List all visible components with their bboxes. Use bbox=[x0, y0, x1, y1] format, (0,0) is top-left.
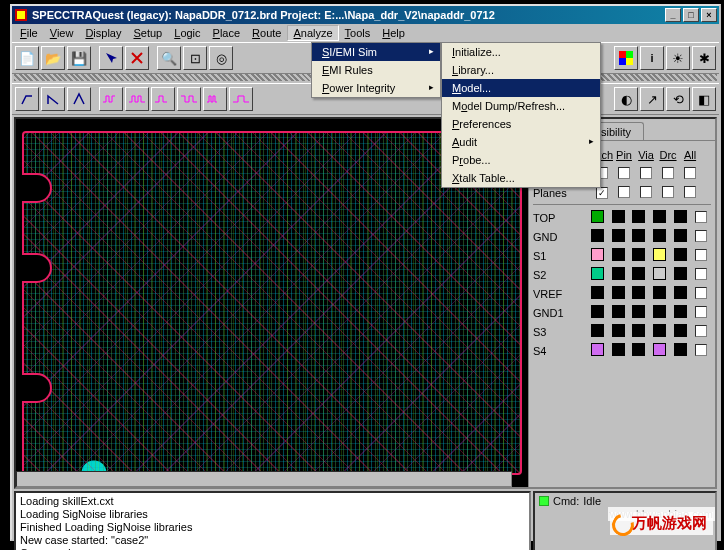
open-button[interactable]: 📂 bbox=[41, 46, 65, 70]
checkbox[interactable] bbox=[596, 187, 608, 199]
menuitem-power-integrity[interactable]: Power Integrity bbox=[312, 79, 440, 97]
color-swatch[interactable] bbox=[632, 248, 645, 261]
minimize-button[interactable]: _ bbox=[665, 8, 681, 22]
checkbox[interactable] bbox=[618, 186, 630, 198]
color-swatch[interactable] bbox=[632, 343, 645, 356]
checkbox[interactable] bbox=[684, 186, 696, 198]
menuitem-audit[interactable]: Audit bbox=[442, 133, 600, 151]
waveform-2[interactable] bbox=[125, 87, 149, 111]
menu-display[interactable]: Display bbox=[79, 25, 127, 41]
checkbox[interactable] bbox=[695, 230, 707, 242]
color-swatch[interactable] bbox=[653, 248, 666, 261]
checkbox[interactable] bbox=[640, 186, 652, 198]
color-swatch[interactable] bbox=[591, 343, 604, 356]
menuitem-model-dump-refresh-[interactable]: Model Dump/Refresh... bbox=[442, 97, 600, 115]
color-swatch[interactable] bbox=[674, 343, 687, 356]
color-swatch[interactable] bbox=[674, 248, 687, 261]
tool-b[interactable]: ↗ bbox=[640, 87, 664, 111]
horizontal-scrollbar[interactable] bbox=[16, 471, 512, 487]
color-swatch[interactable] bbox=[632, 267, 645, 280]
color-swatch[interactable] bbox=[612, 267, 625, 280]
waveform-6[interactable] bbox=[229, 87, 253, 111]
zoom-prev-button[interactable]: ◎ bbox=[209, 46, 233, 70]
checkbox[interactable] bbox=[695, 249, 707, 261]
checkbox[interactable] bbox=[695, 306, 707, 318]
menuitem-xtalk-table-[interactable]: Xtalk Table... bbox=[442, 169, 600, 187]
menuitem-model-[interactable]: Model... bbox=[442, 79, 600, 97]
color-swatch[interactable] bbox=[653, 324, 666, 337]
checkbox[interactable] bbox=[640, 167, 652, 179]
color-swatch[interactable] bbox=[653, 305, 666, 318]
info-button[interactable]: i bbox=[640, 46, 664, 70]
unhighlight-button[interactable]: ✱ bbox=[692, 46, 716, 70]
tool-pick[interactable] bbox=[99, 46, 123, 70]
menu-setup[interactable]: Setup bbox=[127, 25, 168, 41]
color-swatch[interactable] bbox=[674, 305, 687, 318]
color-swatch[interactable] bbox=[612, 248, 625, 261]
checkbox[interactable] bbox=[695, 325, 707, 337]
tool-x[interactable] bbox=[125, 46, 149, 70]
color-swatch[interactable] bbox=[632, 324, 645, 337]
menuitem-emi-rules[interactable]: EMI Rules bbox=[312, 61, 440, 79]
color-swatch[interactable] bbox=[674, 229, 687, 242]
color-swatch[interactable] bbox=[653, 229, 666, 242]
menuitem-library-[interactable]: Library... bbox=[442, 61, 600, 79]
color-swatch[interactable] bbox=[674, 286, 687, 299]
checkbox[interactable] bbox=[618, 167, 630, 179]
menuitem-initialize-[interactable]: Initialize... bbox=[442, 43, 600, 61]
new-button[interactable]: 📄 bbox=[15, 46, 39, 70]
color-swatch[interactable] bbox=[632, 229, 645, 242]
color-swatch[interactable] bbox=[653, 267, 666, 280]
route-3[interactable] bbox=[67, 87, 91, 111]
menuitem-si-emi-sim[interactable]: SI/EMI Sim bbox=[312, 43, 440, 61]
waveform-4[interactable] bbox=[177, 87, 201, 111]
color-swatch[interactable] bbox=[591, 267, 604, 280]
color-swatch[interactable] bbox=[674, 210, 687, 223]
highlight-button[interactable]: ☀ bbox=[666, 46, 690, 70]
menuitem-preferences[interactable]: Preferences bbox=[442, 115, 600, 133]
waveform-5[interactable] bbox=[203, 87, 227, 111]
color-swatch[interactable] bbox=[653, 286, 666, 299]
color-swatch[interactable] bbox=[591, 324, 604, 337]
checkbox[interactable] bbox=[695, 211, 707, 223]
menu-route[interactable]: Route bbox=[246, 25, 287, 41]
waveform-3[interactable] bbox=[151, 87, 175, 111]
color-swatch[interactable] bbox=[591, 210, 604, 223]
color-swatch[interactable] bbox=[632, 210, 645, 223]
menu-file[interactable]: File bbox=[14, 25, 44, 41]
color-swatch[interactable] bbox=[632, 305, 645, 318]
color-swatch[interactable] bbox=[612, 286, 625, 299]
checkbox[interactable] bbox=[684, 167, 696, 179]
menu-place[interactable]: Place bbox=[207, 25, 247, 41]
tool-c[interactable]: ⟲ bbox=[666, 87, 690, 111]
color-swatch[interactable] bbox=[653, 343, 666, 356]
color-swatch[interactable] bbox=[632, 286, 645, 299]
color-swatch[interactable] bbox=[591, 229, 604, 242]
color-swatch[interactable] bbox=[674, 324, 687, 337]
color-swatch[interactable] bbox=[612, 343, 625, 356]
save-button[interactable]: 💾 bbox=[67, 46, 91, 70]
color-swatch[interactable] bbox=[653, 210, 666, 223]
menu-analyze[interactable]: Analyze bbox=[287, 25, 338, 41]
color-swatch[interactable] bbox=[612, 324, 625, 337]
menuitem-probe-[interactable]: Probe... bbox=[442, 151, 600, 169]
color-swatch[interactable] bbox=[612, 210, 625, 223]
menu-view[interactable]: View bbox=[44, 25, 80, 41]
color-swatch[interactable] bbox=[674, 267, 687, 280]
menu-logic[interactable]: Logic bbox=[168, 25, 206, 41]
close-button[interactable]: × bbox=[701, 8, 717, 22]
checkbox[interactable] bbox=[662, 186, 674, 198]
zoom-in-button[interactable]: 🔍 bbox=[157, 46, 181, 70]
color-swatch[interactable] bbox=[591, 305, 604, 318]
zoom-fit-button[interactable]: ⊡ bbox=[183, 46, 207, 70]
color-swatch[interactable] bbox=[612, 229, 625, 242]
waveform-1[interactable] bbox=[99, 87, 123, 111]
tool-a[interactable]: ◐ bbox=[614, 87, 638, 111]
menu-tools[interactable]: Tools bbox=[339, 25, 377, 41]
menu-help[interactable]: Help bbox=[376, 25, 411, 41]
color-swatch[interactable] bbox=[612, 305, 625, 318]
checkbox[interactable] bbox=[662, 167, 674, 179]
route-1[interactable] bbox=[15, 87, 39, 111]
color-swatch[interactable] bbox=[591, 248, 604, 261]
checkbox[interactable] bbox=[695, 268, 707, 280]
